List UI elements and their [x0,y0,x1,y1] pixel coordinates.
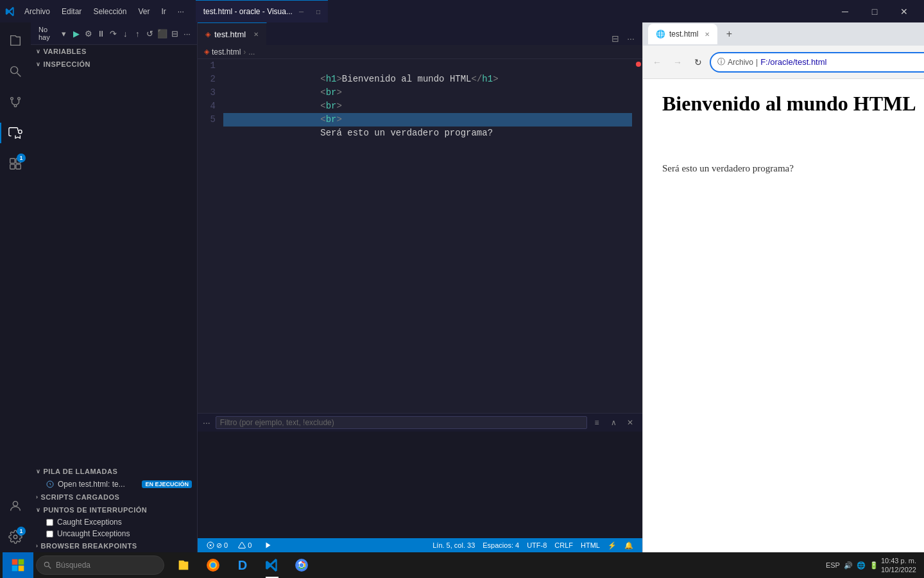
menu-ver[interactable]: Ver [133,6,155,17]
status-bell[interactable]: 🔔 [620,541,637,550]
browser-refresh-btn[interactable]: ↻ [689,53,707,71]
browser-tab-active[interactable]: 🌐 test.html ✕ [648,24,717,44]
bp-close-btn[interactable]: ✕ [623,416,637,430]
taskbar-start-button[interactable] [3,552,33,578]
bp-dots-menu[interactable]: ··· [203,417,210,428]
menu-seleccion[interactable]: Selección [88,6,132,17]
taskbar-app-files[interactable] [169,552,198,578]
step-over-btn[interactable]: ↷ [108,27,118,40]
title-minimize[interactable]: ─ [299,8,304,15]
browser-back-btn[interactable]: ← [648,53,666,71]
editor-tab-test-html[interactable]: ◈ test.html ✕ [198,22,267,45]
status-errors[interactable]: ⊘ 0 [203,541,232,550]
activity-explorer[interactable] [0,25,31,56]
browser-new-tab[interactable]: + [720,25,738,43]
stop-btn[interactable]: ⬛ [157,27,167,40]
line-ending-label: CRLF [554,541,573,549]
pause-btn[interactable]: ⏸ [96,27,106,40]
caught-exceptions-item[interactable]: Caught Exceptions [31,516,197,528]
browser-body-text: Será esto un verdadero programa? [662,163,924,174]
br-3-close: > [336,101,341,111]
scripts-header[interactable]: › SCRIPTS CARGADOS [31,491,197,504]
menu-editar[interactable]: Editar [56,6,87,17]
taskbar-app-chrome[interactable] [287,552,316,578]
taskbar-clock[interactable]: 10:43 p. m. 10/12/2022 [881,556,916,575]
debug-status-icon [264,541,272,549]
pila-item[interactable]: Open test.html: te... EN EJECUCIÓN [31,478,197,491]
split-btn[interactable]: ⊟ [170,27,180,40]
status-debug-icon[interactable] [261,541,276,549]
editor-split-btn[interactable]: ⊟ [609,32,622,45]
editor-tab-label: test.html [214,30,246,39]
bp-filter-input[interactable] [216,416,587,429]
close-button[interactable]: ✕ [889,0,919,22]
activity-account[interactable] [0,491,31,521]
status-right: Lín. 5, col. 33 Espacios: 4 UTF-8 CRLF H… [429,541,637,550]
uncaught-exceptions-item[interactable]: Uncaught Exceptions [31,528,197,539]
restart-btn[interactable]: ↺ [145,27,155,40]
taskbar-app-font[interactable]: D [228,552,257,578]
settings-debug-btn[interactable]: ⚙ [83,27,93,40]
language-label: HTML [581,541,600,549]
line-num-5: 5 [203,113,216,127]
menu-archivo[interactable]: Archivo [19,6,55,17]
editor-more-btn[interactable]: ··· [624,32,637,45]
minimize-button[interactable]: ─ [830,0,860,22]
editor-tab-close[interactable]: ✕ [253,31,259,38]
menu-more[interactable]: ··· [173,6,189,17]
uncaught-exceptions-checkbox[interactable] [46,530,53,538]
inspeccion-header[interactable]: ∨ INSPECCIÓN [31,58,197,71]
bp-sort-btn[interactable]: ≡ [590,416,604,430]
bp-collapse-btn[interactable]: ∧ [606,416,620,430]
status-position[interactable]: Lín. 5, col. 33 [429,541,479,550]
status-warnings[interactable]: 0 [234,541,255,549]
activity-extensions[interactable]: 1 [0,148,31,179]
address-bar[interactable]: ⓘ Archivo | ☆ [710,52,924,73]
status-encoding[interactable]: UTF-8 [523,541,551,550]
taskbar-search[interactable]: Búsqueda [36,556,164,575]
pila-header[interactable]: ∨ PILA DE LLAMADAS [31,465,197,478]
address-input[interactable] [760,57,924,67]
step-into-btn[interactable]: ↓ [121,27,130,40]
puntos-section: ∨ PUNTOS DE INTERRUPCIÓN Caught Exceptio… [31,504,197,539]
activity-run-debug[interactable] [0,118,31,148]
activity-search[interactable] [0,56,31,87]
status-spaces[interactable]: Espacios: 4 [479,541,523,550]
inspeccion-arrow: ∨ [36,61,41,67]
systray-network[interactable]: 🌐 [857,561,866,570]
activity-source-control[interactable] [0,87,31,118]
systray-battery[interactable]: 🔋 [869,561,878,570]
puntos-label: PUNTOS DE INTERRUPCIÓN [44,506,148,514]
code-line-1[interactable]: <h1>Bienvenido al mundo HTML</h1> [223,59,632,73]
breadcrumb: ◈ test.html › ... [198,45,642,59]
browser-forward-btn[interactable]: → [669,53,687,71]
status-line-ending[interactable]: CRLF [551,541,577,550]
code-editor[interactable]: 1 2 3 4 5 <h1>Bienvenido al mundo HTML</… [198,59,642,413]
more-btn[interactable]: ··· [182,27,192,40]
play-button[interactable]: ▶ [71,27,81,40]
activity-settings[interactable]: 1 [0,521,31,552]
taskbar-app-firefox[interactable] [199,552,227,578]
taskbar-app-vscode[interactable] [258,552,286,578]
systray-volume[interactable]: 🔊 [844,561,853,570]
variables-header[interactable]: ∨ VARIABLES [31,45,197,58]
title-tab-active[interactable]: test.html - oracle - Visua... ─ □ [196,0,328,22]
caught-exceptions-checkbox[interactable] [46,519,53,526]
menu-ir[interactable]: Ir [156,6,171,17]
breadcrumb-more[interactable]: ... [248,48,255,57]
browser-tab-close[interactable]: ✕ [705,31,710,38]
browser-breakpoints-header[interactable]: › BROWSER BREAKPOINTS [31,539,197,552]
extensions-badge: 1 [17,153,26,162]
encoding-label: UTF-8 [527,541,547,549]
maximize-button[interactable]: □ [860,0,889,22]
step-out-btn[interactable]: ↑ [133,27,142,40]
svg-rect-17 [19,559,24,565]
title-restore[interactable]: □ [316,8,320,15]
breadcrumb-file[interactable]: test.html [212,48,241,57]
uncaught-exceptions-label: Uncaught Exceptions [57,529,130,538]
html-icon-breadcrumb: ◈ [204,48,209,56]
no-hay-chevron[interactable]: ▾ [59,27,69,40]
status-language[interactable]: HTML [577,541,604,550]
status-live-server[interactable]: ⚡ [604,541,620,550]
puntos-header[interactable]: ∨ PUNTOS DE INTERRUPCIÓN [31,504,197,516]
